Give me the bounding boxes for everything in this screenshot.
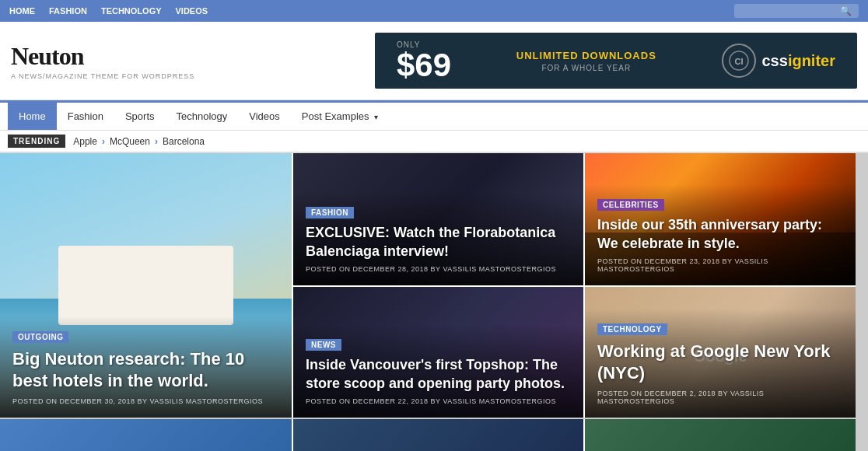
- search-icon[interactable]: 🔍: [840, 5, 852, 16]
- article-overlay-fashion: FASHION EXCLUSIVE: Watch the Florabotani…: [293, 192, 583, 285]
- article-title-hotels: Big Neuton research: The 10 best hotels …: [12, 348, 279, 391]
- article-meta-fashion: POSTED ON DECEMBER 28, 2018 BY VASSILIS …: [306, 265, 571, 273]
- article-title-vancouver: Inside Vancouver's first Topshop: The st…: [306, 356, 571, 393]
- banner-advertisement[interactable]: ONLY $69 UNLIMITED DOWNLOADS FOR A WHOLE…: [375, 33, 857, 89]
- trending-item-mcqueen[interactable]: McQueen: [110, 136, 150, 147]
- article-card-hotels[interactable]: OUTGOING Big Neuton research: The 10 bes…: [0, 153, 292, 418]
- badge-fashion: FASHION: [306, 207, 354, 219]
- bottom-card-2[interactable]: TECHNOLOGY: [292, 419, 583, 451]
- top-nav-links: HOME FASHION TECHNOLOGY VIDEOS: [9, 6, 734, 16]
- article-meta-hotels: POSTED ON DECEMBER 30, 2018 BY VASSILIS …: [12, 397, 279, 405]
- bottom-image-1: [0, 419, 292, 451]
- dropdown-arrow-icon: ▾: [374, 113, 378, 121]
- banner-price: $69: [397, 49, 451, 82]
- content-grid: OUTGOING Big Neuton research: The 10 bes…: [0, 153, 868, 418]
- banner-description: UNLIMITED DOWNLOADS FOR A WHOLE YEAR: [516, 50, 656, 72]
- banner-price-section: ONLY $69: [397, 40, 451, 82]
- main-navigation: Home Fashion Sports Technology Videos Po…: [0, 100, 868, 131]
- site-title: Neuton: [11, 42, 194, 71]
- trending-item-apple[interactable]: Apple: [73, 136, 97, 147]
- bottom-card-1[interactable]: SCIENCE: [0, 419, 292, 451]
- trending-links: Apple › McQueen › Barcelona: [73, 136, 205, 147]
- article-overlay-google: TECHNOLOGY Working at Google New York (N…: [585, 309, 856, 418]
- banner-unlimited-text: UNLIMITED DOWNLOADS: [516, 50, 656, 61]
- article-card-party[interactable]: CELEBRITIES Inside our 35th anniversary …: [583, 153, 856, 285]
- search-input[interactable]: [739, 6, 840, 16]
- article-title-google: Working at Google New York (NYC): [597, 341, 843, 383]
- article-overlay-hotels: OUTGOING Big Neuton research: The 10 bes…: [0, 316, 292, 418]
- site-header: Neuton A NEWS/MAGAZINE THEME FOR WORDPRE…: [0, 22, 868, 100]
- article-meta-google: POSTED ON DECEMBER 2, 2018 BY VASSILIS M…: [597, 390, 843, 405]
- trending-bar: TRENDING Apple › McQueen › Barcelona: [0, 131, 868, 153]
- badge-celebrities: CELEBRITIES: [597, 199, 664, 211]
- site-branding: Neuton A NEWS/MAGAZINE THEME FOR WORDPRE…: [11, 42, 194, 80]
- nav-item-post-examples[interactable]: Post Examples ▾: [291, 103, 389, 130]
- article-meta-party: POSTED ON DECEMBER 23, 2018 BY VASSILIS …: [597, 257, 843, 273]
- bottom-image-2: [293, 419, 583, 451]
- trending-separator-1: ›: [102, 136, 105, 147]
- nav-item-sports[interactable]: Sports: [114, 103, 166, 130]
- article-title-fashion: EXCLUSIVE: Watch the Florabotanica Balen…: [306, 224, 571, 260]
- trending-separator-2: ›: [155, 136, 158, 147]
- badge-technology: TECHNOLOGY: [597, 323, 667, 335]
- svg-text:CI: CI: [734, 57, 743, 66]
- badge-outgoing: OUTGOING: [12, 331, 68, 343]
- article-title-party: Inside our 35th anniversary party: We ce…: [597, 216, 843, 253]
- badge-news: NEWS: [306, 339, 341, 351]
- article-card-vancouver[interactable]: NEWS Inside Vancouver's first Topshop: T…: [292, 285, 583, 418]
- banner-logo-text: cssigniter: [762, 52, 836, 70]
- top-nav-home[interactable]: HOME: [9, 6, 35, 16]
- site-description: A NEWS/MAGAZINE THEME FOR WORDPRESS: [11, 72, 194, 80]
- nav-item-home[interactable]: Home: [8, 103, 57, 130]
- cssigniter-icon: CI: [722, 44, 756, 78]
- top-search-bar[interactable]: 🔍: [734, 4, 859, 18]
- top-nav-fashion[interactable]: FASHION: [49, 6, 87, 16]
- nav-item-fashion[interactable]: Fashion: [57, 103, 114, 130]
- nav-item-videos[interactable]: Videos: [238, 103, 291, 130]
- article-overlay-party: CELEBRITIES Inside our 35th anniversary …: [585, 184, 856, 285]
- article-overlay-vancouver: NEWS Inside Vancouver's first Topshop: T…: [293, 324, 583, 418]
- article-card-google[interactable]: TECHNOLOGY Working at Google New York (N…: [583, 285, 856, 418]
- banner-logo: CI cssigniter: [722, 44, 836, 78]
- trending-label: TRENDING: [8, 135, 65, 148]
- article-card-fashion[interactable]: FASHION EXCLUSIVE: Watch the Florabotani…: [292, 153, 583, 285]
- top-nav-videos[interactable]: VIDEOS: [176, 6, 208, 16]
- bottom-article-row: SCIENCE TECHNOLOGY VIDEOS: [0, 418, 868, 451]
- bottom-image-3: [585, 419, 856, 451]
- nav-item-technology[interactable]: Technology: [166, 103, 239, 130]
- article-meta-vancouver: POSTED ON DECEMBER 22, 2018 BY VASSILIS …: [306, 397, 571, 405]
- banner-year-text: FOR A WHOLE YEAR: [516, 64, 656, 72]
- top-navigation: HOME FASHION TECHNOLOGY VIDEOS 🔍: [0, 0, 868, 22]
- top-nav-technology[interactable]: TECHNOLOGY: [101, 6, 162, 16]
- bottom-card-3[interactable]: VIDEOS: [583, 419, 856, 451]
- trending-item-barcelona[interactable]: Barcelona: [163, 136, 205, 147]
